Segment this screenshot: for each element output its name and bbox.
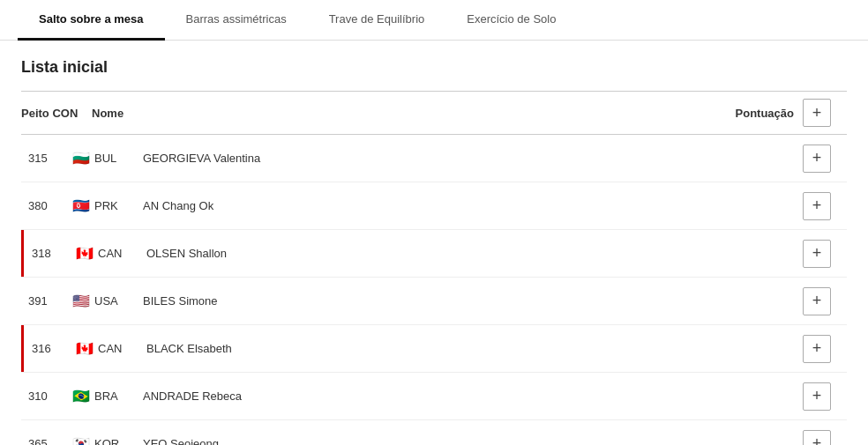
athlete-number: 380 bbox=[28, 199, 72, 212]
athlete-name: GEORGIEVA Valentina bbox=[143, 152, 706, 165]
flag-icon: 🇧🇬 bbox=[72, 150, 90, 167]
athlete-country: 🇧🇷 BRA bbox=[72, 388, 143, 404]
flag-icon: 🇨🇦 bbox=[76, 340, 94, 357]
add-score-button[interactable]: + bbox=[803, 287, 831, 315]
athlete-number: 318 bbox=[32, 247, 76, 260]
athlete-country: 🇧🇬 BUL bbox=[72, 150, 143, 167]
tab-barras[interactable]: Barras assimétricas bbox=[165, 0, 308, 41]
athlete-name: AN Chang Ok bbox=[143, 199, 706, 212]
flag-icon: 🇧🇷 bbox=[72, 388, 90, 404]
main-content: Lista inicial Peito CON Nome Pontuação +… bbox=[0, 41, 868, 445]
add-score-button[interactable]: + bbox=[803, 145, 831, 173]
header-peito-con: Peito CON bbox=[21, 107, 78, 120]
flag-icon: 🇺🇸 bbox=[72, 293, 90, 309]
tab-bar: Salto sobre a mesaBarras assimétricasTra… bbox=[0, 0, 868, 41]
flag-icon: 🇰🇷 bbox=[72, 435, 90, 445]
athlete-name: BLACK Elsabeth bbox=[146, 342, 706, 355]
athlete-number: 315 bbox=[28, 152, 72, 165]
add-score-button[interactable]: + bbox=[803, 240, 831, 268]
add-score-button[interactable]: + bbox=[803, 382, 831, 411]
add-score-cell: + bbox=[794, 430, 840, 446]
add-score-cell: + bbox=[794, 335, 840, 363]
table-row: 318 🇨🇦 CAN OLSEN Shallon + bbox=[21, 230, 847, 278]
country-code: KOR bbox=[94, 437, 119, 445]
add-score-button[interactable]: + bbox=[803, 430, 831, 446]
table-row: 310 🇧🇷 BRA ANDRADE Rebeca + bbox=[21, 373, 847, 420]
header-add-button[interactable]: + bbox=[803, 99, 831, 127]
flag-icon: 🇨🇦 bbox=[76, 245, 94, 262]
add-score-button[interactable]: + bbox=[803, 192, 831, 220]
table-row: 316 🇨🇦 CAN BLACK Elsabeth + bbox=[21, 325, 847, 373]
athlete-number: 316 bbox=[32, 342, 76, 355]
header-nome: Nome bbox=[92, 107, 123, 120]
athlete-number: 365 bbox=[28, 437, 72, 445]
country-code: USA bbox=[94, 294, 118, 308]
athlete-number: 391 bbox=[28, 294, 72, 308]
athlete-number: 310 bbox=[28, 389, 72, 403]
athlete-name: BILES Simone bbox=[143, 294, 706, 308]
flag-icon: 🇰🇵 bbox=[72, 197, 90, 214]
tabs-container: Salto sobre a mesaBarras assimétricasTra… bbox=[0, 0, 868, 41]
athlete-name: YEO Seojeong bbox=[143, 437, 706, 445]
table-header: Peito CON Nome Pontuação + bbox=[21, 91, 847, 135]
add-score-cell: + bbox=[794, 287, 840, 315]
country-code: BRA bbox=[94, 389, 118, 403]
country-code: PRK bbox=[94, 199, 118, 212]
athlete-country: 🇰🇷 KOR bbox=[72, 435, 143, 445]
athlete-country: 🇨🇦 CAN bbox=[76, 340, 146, 357]
athlete-country: 🇰🇵 PRK bbox=[72, 197, 143, 214]
add-score-cell: + bbox=[794, 382, 840, 411]
country-code: CAN bbox=[98, 247, 122, 260]
header-pontuacao: Pontuação bbox=[736, 107, 794, 120]
add-score-cell: + bbox=[794, 145, 840, 173]
table-row: 315 🇧🇬 BUL GEORGIEVA Valentina + bbox=[21, 135, 847, 182]
athlete-country: 🇺🇸 USA bbox=[72, 293, 143, 309]
country-code: BUL bbox=[94, 152, 116, 165]
country-code: CAN bbox=[98, 342, 122, 355]
athlete-name: ANDRADE Rebeca bbox=[143, 389, 706, 403]
athlete-name: OLSEN Shallon bbox=[146, 247, 706, 260]
athlete-country: 🇨🇦 CAN bbox=[76, 245, 146, 262]
add-score-cell: + bbox=[794, 192, 840, 220]
add-score-cell: + bbox=[794, 240, 840, 268]
athlete-table: 315 🇧🇬 BUL GEORGIEVA Valentina + 380 🇰🇵 … bbox=[21, 135, 847, 445]
tab-solo[interactable]: Exercício de Solo bbox=[445, 0, 577, 41]
tab-trave[interactable]: Trave de Equilíbrio bbox=[308, 0, 446, 41]
table-row: 380 🇰🇵 PRK AN Chang Ok + bbox=[21, 182, 847, 230]
section-title: Lista inicial bbox=[21, 58, 847, 77]
tab-salto[interactable]: Salto sobre a mesa bbox=[18, 0, 165, 41]
table-row: 365 🇰🇷 KOR YEO Seojeong + bbox=[21, 420, 847, 445]
table-row: 391 🇺🇸 USA BILES Simone + bbox=[21, 278, 847, 325]
add-score-button[interactable]: + bbox=[803, 335, 831, 363]
